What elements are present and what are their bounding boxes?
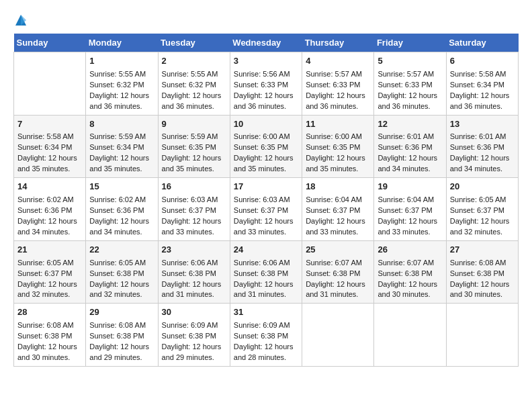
sunrise-text: Sunrise: 5:57 AM bbox=[378, 70, 434, 78]
sunset-text: Sunset: 6:35 PM bbox=[162, 143, 216, 151]
day-number: 16 bbox=[162, 181, 226, 193]
sunset-text: Sunset: 6:38 PM bbox=[378, 269, 432, 277]
day-number: 28 bbox=[17, 306, 82, 319]
day-number: 11 bbox=[306, 118, 370, 131]
daylight-text: Daylight: 12 hours and 28 minutes. bbox=[234, 342, 294, 361]
day-number: 13 bbox=[450, 118, 515, 131]
calendar-cell: 20Sunrise: 6:05 AMSunset: 6:37 PMDayligh… bbox=[446, 178, 518, 241]
daylight-text: Daylight: 12 hours and 29 minutes. bbox=[89, 342, 149, 361]
sunrise-text: Sunrise: 6:03 AM bbox=[234, 195, 290, 203]
sunrise-text: Sunrise: 5:58 AM bbox=[450, 70, 506, 78]
sunrise-text: Sunrise: 6:06 AM bbox=[162, 259, 218, 267]
sunrise-text: Sunrise: 6:08 AM bbox=[17, 321, 74, 329]
daylight-text: Daylight: 12 hours and 36 minutes. bbox=[89, 91, 149, 110]
calendar-cell bbox=[302, 304, 374, 367]
sunset-text: Sunset: 6:36 PM bbox=[89, 206, 144, 214]
day-number: 3 bbox=[234, 55, 298, 68]
sunset-text: Sunset: 6:32 PM bbox=[162, 81, 216, 89]
daylight-text: Daylight: 12 hours and 30 minutes. bbox=[17, 342, 77, 361]
sunrise-text: Sunrise: 6:07 AM bbox=[306, 259, 362, 267]
sunrise-text: Sunrise: 6:07 AM bbox=[378, 259, 434, 267]
sunset-text: Sunset: 6:38 PM bbox=[450, 269, 504, 277]
sunrise-text: Sunrise: 6:04 AM bbox=[306, 195, 362, 203]
calendar-cell: 17Sunrise: 6:03 AMSunset: 6:37 PMDayligh… bbox=[230, 178, 302, 241]
day-number: 5 bbox=[378, 55, 442, 68]
calendar-cell: 10Sunrise: 6:00 AMSunset: 6:35 PMDayligh… bbox=[230, 115, 302, 178]
calendar-cell: 16Sunrise: 6:03 AMSunset: 6:37 PMDayligh… bbox=[158, 178, 230, 241]
calendar-cell: 27Sunrise: 6:08 AMSunset: 6:38 PMDayligh… bbox=[446, 240, 518, 304]
daylight-text: Daylight: 12 hours and 34 minutes. bbox=[89, 217, 149, 236]
day-number: 1 bbox=[89, 55, 154, 68]
sunset-text: Sunset: 6:37 PM bbox=[17, 269, 72, 277]
sunset-text: Sunset: 6:38 PM bbox=[17, 332, 72, 340]
sunset-text: Sunset: 6:36 PM bbox=[378, 143, 432, 151]
daylight-text: Daylight: 12 hours and 36 minutes. bbox=[234, 91, 294, 110]
col-header-thursday: Thursday bbox=[302, 34, 374, 52]
calendar-cell bbox=[374, 304, 446, 367]
calendar-cell: 4Sunrise: 5:57 AMSunset: 6:33 PMDaylight… bbox=[302, 52, 374, 116]
calendar-cell bbox=[446, 304, 518, 367]
sunrise-text: Sunrise: 5:55 AM bbox=[89, 70, 146, 78]
daylight-text: Daylight: 12 hours and 31 minutes. bbox=[306, 280, 365, 299]
daylight-text: Daylight: 12 hours and 34 minutes. bbox=[450, 154, 510, 173]
sunset-text: Sunset: 6:34 PM bbox=[17, 143, 72, 151]
sunset-text: Sunset: 6:36 PM bbox=[450, 143, 504, 151]
col-header-sunday: Sunday bbox=[14, 34, 86, 52]
calendar-cell: 14Sunrise: 6:02 AMSunset: 6:36 PMDayligh… bbox=[14, 178, 86, 241]
calendar-cell: 13Sunrise: 6:01 AMSunset: 6:36 PMDayligh… bbox=[446, 115, 518, 178]
day-number: 24 bbox=[234, 244, 298, 257]
week-row-2: 7Sunrise: 5:58 AMSunset: 6:34 PMDaylight… bbox=[14, 115, 519, 178]
calendar-cell: 18Sunrise: 6:04 AMSunset: 6:37 PMDayligh… bbox=[302, 178, 374, 241]
calendar-cell: 5Sunrise: 5:57 AMSunset: 6:33 PMDaylight… bbox=[374, 52, 446, 116]
sunset-text: Sunset: 6:37 PM bbox=[378, 206, 432, 214]
day-number: 30 bbox=[162, 306, 226, 319]
daylight-text: Daylight: 12 hours and 35 minutes. bbox=[162, 154, 222, 173]
daylight-text: Daylight: 12 hours and 36 minutes. bbox=[450, 91, 510, 110]
daylight-text: Daylight: 12 hours and 33 minutes. bbox=[162, 217, 222, 236]
daylight-text: Daylight: 12 hours and 34 minutes. bbox=[378, 154, 437, 173]
sunset-text: Sunset: 6:38 PM bbox=[89, 332, 144, 340]
calendar-cell: 15Sunrise: 6:02 AMSunset: 6:36 PMDayligh… bbox=[86, 178, 158, 241]
day-number: 22 bbox=[89, 244, 154, 257]
calendar-cell: 29Sunrise: 6:08 AMSunset: 6:38 PMDayligh… bbox=[86, 304, 158, 367]
col-header-friday: Friday bbox=[374, 34, 446, 52]
calendar-cell: 30Sunrise: 6:09 AMSunset: 6:38 PMDayligh… bbox=[158, 304, 230, 367]
sunset-text: Sunset: 6:32 PM bbox=[89, 81, 144, 89]
sunrise-text: Sunrise: 6:02 AM bbox=[89, 195, 146, 203]
sunset-text: Sunset: 6:34 PM bbox=[450, 81, 504, 89]
sunrise-text: Sunrise: 6:00 AM bbox=[234, 132, 290, 140]
sunset-text: Sunset: 6:38 PM bbox=[162, 332, 216, 340]
calendar-table: SundayMondayTuesdayWednesdayThursdayFrid… bbox=[13, 34, 519, 367]
col-header-monday: Monday bbox=[86, 34, 158, 52]
col-header-tuesday: Tuesday bbox=[158, 34, 230, 52]
week-row-5: 28Sunrise: 6:08 AMSunset: 6:38 PMDayligh… bbox=[14, 304, 519, 367]
day-number: 29 bbox=[89, 306, 154, 319]
calendar-cell: 1Sunrise: 5:55 AMSunset: 6:32 PMDaylight… bbox=[86, 52, 158, 116]
sunset-text: Sunset: 6:37 PM bbox=[306, 206, 360, 214]
day-number: 9 bbox=[162, 118, 226, 131]
day-number: 25 bbox=[306, 244, 370, 257]
day-number: 26 bbox=[378, 244, 442, 257]
col-header-wednesday: Wednesday bbox=[230, 34, 302, 52]
day-number: 6 bbox=[450, 55, 515, 68]
sunrise-text: Sunrise: 6:02 AM bbox=[17, 195, 74, 203]
calendar-cell: 26Sunrise: 6:07 AMSunset: 6:38 PMDayligh… bbox=[374, 240, 446, 304]
daylight-text: Daylight: 12 hours and 34 minutes. bbox=[17, 217, 77, 236]
sunrise-text: Sunrise: 6:08 AM bbox=[450, 259, 506, 267]
daylight-text: Daylight: 12 hours and 33 minutes. bbox=[306, 217, 365, 236]
calendar-cell: 24Sunrise: 6:06 AMSunset: 6:38 PMDayligh… bbox=[230, 240, 302, 304]
daylight-text: Daylight: 12 hours and 32 minutes. bbox=[17, 280, 77, 299]
week-row-4: 21Sunrise: 6:05 AMSunset: 6:37 PMDayligh… bbox=[14, 240, 519, 304]
sunrise-text: Sunrise: 5:56 AM bbox=[234, 70, 290, 78]
day-number: 4 bbox=[306, 55, 370, 68]
calendar-cell: 22Sunrise: 6:05 AMSunset: 6:38 PMDayligh… bbox=[86, 240, 158, 304]
day-number: 31 bbox=[234, 306, 298, 319]
daylight-text: Daylight: 12 hours and 35 minutes. bbox=[306, 154, 365, 173]
calendar-cell: 25Sunrise: 6:07 AMSunset: 6:38 PMDayligh… bbox=[302, 240, 374, 304]
logo-icon bbox=[14, 13, 28, 27]
sunrise-text: Sunrise: 6:01 AM bbox=[378, 132, 434, 140]
calendar-cell: 23Sunrise: 6:06 AMSunset: 6:38 PMDayligh… bbox=[158, 240, 230, 304]
header-row: SundayMondayTuesdayWednesdayThursdayFrid… bbox=[14, 34, 519, 52]
sunrise-text: Sunrise: 6:05 AM bbox=[450, 195, 506, 203]
day-number: 8 bbox=[89, 118, 154, 131]
